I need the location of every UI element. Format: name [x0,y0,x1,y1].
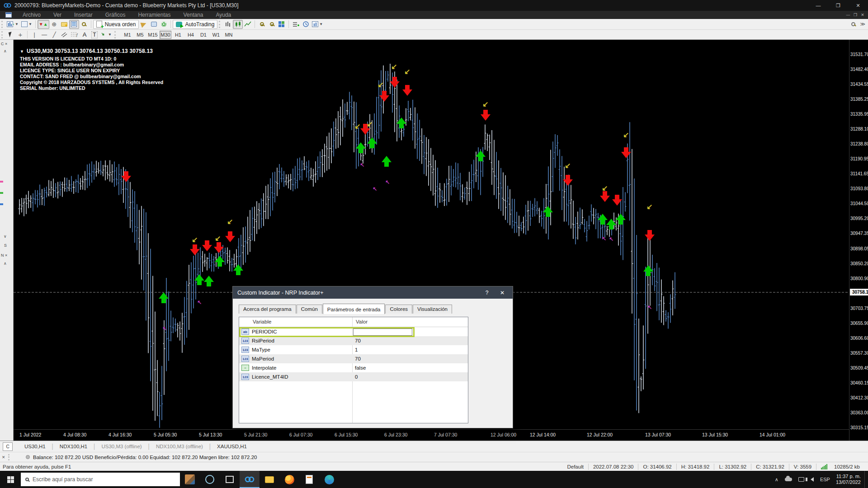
timeframe-w1[interactable]: W1 [210,31,222,39]
data-window-button[interactable] [79,20,89,29]
navigator-collapsed-tab[interactable]: N × [1,253,7,258]
scroll-up-icon[interactable]: ∧ [4,261,7,266]
taskbar-mt4-icon[interactable] [240,471,259,488]
market-watch-collapsed-tab[interactable]: C × [1,42,7,46]
chart-tab-xauusd-h1[interactable]: XAUUSD,H1 [212,444,252,449]
vertical-line-tool[interactable]: | [29,30,39,39]
horizontal-line-tool[interactable]: — [39,30,49,39]
scroll-up-icon[interactable]: ∧ [4,49,7,53]
expand-icon[interactable]: ▼ [20,49,24,54]
start-button[interactable] [0,471,21,488]
parameter-row[interactable]: 123MaPeriod70 [239,354,468,363]
parameter-row[interactable]: 123RsiPeriod70 [239,336,468,345]
onedrive-icon[interactable] [785,478,792,481]
menu-archivo[interactable]: Archivo [16,12,47,18]
close-terminal-icon[interactable]: ✕ [2,455,6,460]
menu-ayuda[interactable]: Ayuda [209,12,237,18]
favorites-button[interactable]: ★ [59,20,69,29]
crosshair-tool-button[interactable]: + [15,30,25,39]
menu-herramientas[interactable]: Herramientas [132,12,177,18]
language-indicator[interactable]: ESP [820,477,830,482]
task-view-icon[interactable] [220,471,240,488]
trendline-tool[interactable]: ╱ [49,30,59,39]
chart-tabs-corner[interactable]: C [3,442,13,451]
taskbar-clock[interactable]: 11:37 p. m. 13/07/2022 [836,474,861,485]
cortana-icon[interactable] [200,471,220,488]
mdi-restore-button[interactable]: ❐ [852,13,859,17]
parameter-value[interactable]: 0 [355,374,358,380]
dialog-help-button[interactable]: ? [479,290,495,296]
arrows-tool[interactable]: ▼ [99,30,113,39]
scroll-down-icon[interactable]: ∨ [4,234,7,239]
timeframe-m5[interactable]: M5 [134,31,146,39]
timeframe-m30[interactable]: M30 [160,31,171,39]
menu-ventana[interactable]: Ventana [177,12,209,18]
templates-button[interactable]: ▼ [311,20,324,29]
label-tool[interactable]: T [90,30,99,39]
dialog-titlebar[interactable]: Custom Indicator - NRP Indicator+ [233,286,513,299]
terminal-button[interactable] [149,20,159,29]
bar-chart-button[interactable] [223,20,233,29]
toolbar-overflow[interactable]: ≫ [851,21,865,27]
timeframe-d1[interactable]: D1 [198,31,209,39]
dialog-tab-par-metros-de-entrada[interactable]: Parámetros de entrada [323,304,385,314]
dialog-tab-acerca-del-programa[interactable]: Acerca del programa [239,305,296,314]
menu-gráficos[interactable]: Gráficos [99,12,132,18]
mdi-minimize-button[interactable]: — [844,13,852,17]
market-watch-button[interactable] [69,20,79,29]
channel-tool[interactable] [59,30,69,39]
new-order-button[interactable]: +Nueva orden [93,20,139,29]
firefox-icon[interactable] [279,471,299,488]
taskbar-search-input[interactable]: Escribe aquí para buscar [21,473,180,486]
toolbar-grip[interactable] [1,21,4,28]
parameter-row[interactable]: 123Licence_MT4ID0 [239,372,468,381]
fibonacci-tool[interactable]: ƒ [69,30,80,39]
edge-icon[interactable] [319,471,339,488]
timeframe-m15[interactable]: M15 [147,31,159,39]
maximize-button[interactable]: ❐ [828,0,848,11]
parameters-table[interactable]: Variable Valor abPERIODIC123RsiPeriod701… [239,317,468,423]
menu-ver[interactable]: Ver [47,12,68,18]
parameter-value[interactable]: 1 [355,347,358,352]
dialog-tab-visualizaci-n[interactable]: Visualización [413,305,452,314]
signals-button[interactable] [159,20,169,29]
expert-advisors-icon[interactable] [139,20,149,29]
price-axis[interactable]: 30758.13 31531.7031482.4031434.5531385.2… [849,40,868,441]
menu-insertar[interactable]: Insertar [68,12,99,18]
search-icon[interactable] [851,22,855,26]
close-button[interactable]: ✕ [848,0,868,11]
line-chart-button[interactable] [243,20,253,29]
crosshair-button[interactable]: ⊕ [49,20,59,29]
chart-tab-ndx100-m3-offline-[interactable]: NDX100,M3 (offline) [151,444,208,449]
profiles-button[interactable]: ▼ [20,20,33,29]
tray-expand-icon[interactable]: ∧ [775,477,778,483]
parameter-row[interactable]: 123MaType1 [239,345,468,354]
zoom-out-button[interactable] [267,20,277,29]
timeframe-h1[interactable]: H1 [172,31,184,39]
document-app-icon[interactable] [299,471,319,488]
autotrading-button[interactable]: AutoTrading [173,20,217,29]
tile-windows-button[interactable] [277,20,287,29]
time-axis[interactable]: 1 Jul 20224 Jul 08:304 Jul 16:305 Jul 05… [14,429,849,441]
dialog-tab-colores[interactable]: Colores [385,305,412,314]
terminal-grip[interactable] [8,454,10,460]
parameter-value-input[interactable] [353,328,412,336]
zoom-in-button[interactable] [257,20,267,29]
file-explorer-icon[interactable] [259,471,279,488]
indicators-button[interactable] [291,20,301,29]
symbols-collapsed-tab[interactable]: S [4,243,7,248]
volume-icon[interactable] [811,477,814,482]
timeframe-mn[interactable]: MN [223,31,235,39]
parameter-value[interactable]: false [355,365,366,371]
timeframe-m1[interactable]: M1 [122,31,133,39]
cursor-tool-button[interactable] [5,30,15,39]
minimize-button[interactable]: — [808,0,828,11]
network-icon[interactable] [798,477,804,482]
mdi-close-button[interactable]: ✕ [859,13,866,17]
dialog-tab-com-n[interactable]: Común [297,305,322,314]
overflow-chevrons-icon[interactable]: ≫ [860,21,865,27]
chart-tab-us30-h1[interactable]: US30,H1 [19,444,51,449]
periods-button[interactable] [301,20,311,29]
timeframe-h4[interactable]: H4 [185,31,197,39]
notification-center-button[interactable] [864,471,868,488]
